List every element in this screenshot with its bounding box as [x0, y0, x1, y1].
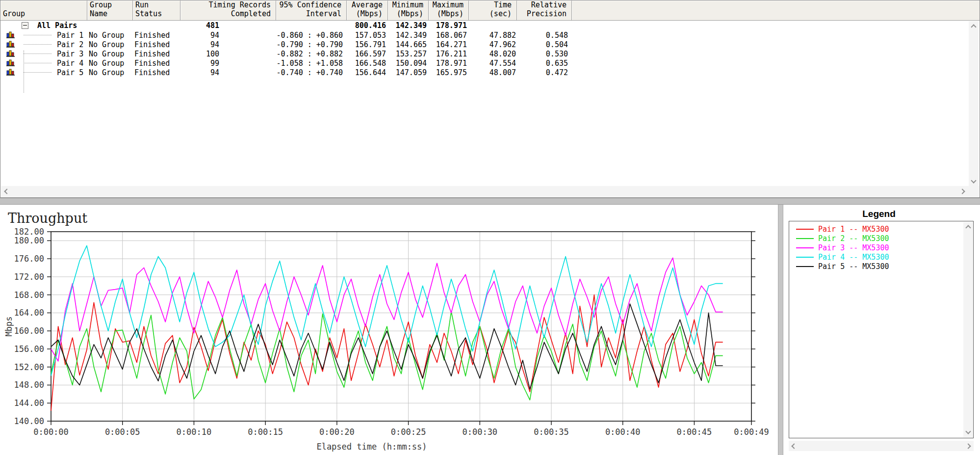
collapse-minus-icon[interactable] [22, 22, 28, 29]
legend-entry-pair-1[interactable]: Pair 1 -- MX5300 [796, 224, 973, 234]
chevron-right-icon[interactable] [959, 188, 965, 194]
col-header-minimum[interactable]: Minimum (Mbps) [388, 0, 429, 20]
col-header-pair-group-name[interactable]: Pair Group Name [87, 0, 133, 20]
table-body: All Pairs 481 800.416 142.349 178.971 Pa… [0, 21, 980, 186]
tree-connector-branch [24, 72, 52, 73]
y-tick-label: 168.00 [14, 290, 44, 300]
run-status: Finished [133, 58, 181, 68]
pair-group-name: No Group [87, 40, 133, 49]
y-tick-label: 180.00 [14, 236, 44, 245]
chevron-up-icon[interactable] [971, 24, 976, 29]
y-tick-label: 176.00 [14, 254, 44, 264]
x-tick-label: 0:00:00 [33, 427, 69, 437]
col-header-filler [572, 0, 980, 20]
chevron-down-icon[interactable] [971, 178, 976, 183]
pair-group-name: No Group [87, 30, 133, 40]
pane-divider[interactable] [0, 198, 980, 205]
average-mbps: 156.644 [347, 68, 388, 77]
results-table-panel: Group Pair Group Name Run Status Timing … [0, 0, 980, 198]
maximum-mbps: 165.975 [429, 68, 469, 77]
legend-entry-pair-4[interactable]: Pair 4 -- MX5300 [796, 252, 973, 262]
all-pairs-maximum: 178.971 [429, 21, 469, 30]
chevron-left-icon[interactable] [4, 188, 9, 194]
y-tick-label: 172.00 [14, 272, 44, 282]
confidence-interval: -0.740 : +0.740 [276, 68, 347, 77]
y-tick-label: 156.00 [14, 344, 44, 354]
scrollbar-corner [968, 186, 979, 197]
measured-time: 47.882 [469, 30, 517, 40]
maximum-mbps: 168.067 [429, 30, 469, 40]
relative-precision: 0.548 [517, 30, 572, 40]
col-header-run-status[interactable]: Run Status [133, 0, 181, 20]
series-line-pair-5 [51, 304, 723, 389]
x-tick-label: 0:00:30 [462, 427, 497, 437]
col-header-confidence[interactable]: 95% Confidence Interval [276, 0, 347, 20]
col-header-relative-precision[interactable]: Relative Precision [517, 0, 572, 20]
series-line-sample [796, 229, 814, 230]
minimum-mbps: 150.094 [388, 58, 429, 68]
table-row-pair-3[interactable]: Pair 3 No Group Finished 100 -0.882 : +0… [0, 49, 980, 58]
legend-entry-pair-3[interactable]: Pair 3 -- MX5300 [796, 243, 973, 252]
y-tick-label: 144.00 [14, 398, 44, 408]
chevron-up-icon[interactable] [965, 225, 971, 230]
chevron-left-icon[interactable] [791, 443, 797, 449]
pair-group-name: No Group [87, 49, 133, 58]
pair-label: Pair 5 [57, 68, 83, 77]
pair-label: Pair 1 [57, 31, 83, 40]
run-status: Finished [133, 49, 181, 58]
legend-vertical-scrollbar[interactable] [963, 222, 973, 437]
x-tick-label: 0:00:15 [248, 427, 283, 437]
legend-entry-pair-5[interactable]: Pair 5 -- MX5300 [796, 262, 973, 271]
table-row-pair-1[interactable]: Pair 1 No Group Finished 94 -0.860 : +0.… [0, 30, 980, 40]
series-line-pair-1 [51, 295, 723, 411]
chevron-right-icon[interactable] [965, 443, 971, 449]
minimum-mbps: 153.257 [388, 49, 429, 58]
col-header-average[interactable]: Average (Mbps) [347, 0, 388, 20]
table-row-pair-5[interactable]: Pair 5 No Group Finished 94 -0.740 : +0.… [0, 68, 980, 77]
legend-horizontal-scrollbar[interactable] [789, 441, 974, 451]
timing-records: 94 [181, 30, 276, 40]
col-header-maximum[interactable]: Maximum (Mbps) [429, 0, 469, 20]
maximum-mbps: 176.211 [429, 49, 469, 58]
timing-records: 94 [181, 40, 276, 49]
y-axis-label: Mbps [4, 317, 14, 337]
ixchariot-results-window: Group Pair Group Name Run Status Timing … [0, 0, 980, 455]
series-line-sample [796, 247, 814, 248]
col-header-group[interactable]: Group [0, 0, 87, 20]
group-cell-all-pairs: All Pairs [0, 21, 87, 30]
minimum-mbps: 144.665 [388, 40, 429, 49]
chevron-down-icon[interactable] [965, 428, 971, 434]
all-pairs-average: 800.416 [347, 21, 388, 30]
legend-entry-label: Pair 3 -- MX5300 [818, 243, 889, 252]
table-header-row: Group Pair Group Name Run Status Timing … [0, 0, 980, 21]
x-tick-label: 0:00:10 [177, 427, 212, 437]
legend-entry-pair-2[interactable]: Pair 2 -- MX5300 [796, 234, 973, 243]
y-tick-label: 160.00 [14, 326, 44, 336]
x-tick-label: 0:00:05 [105, 427, 140, 437]
relative-precision: 0.635 [517, 58, 572, 68]
throughput-chart: 182.00180.00176.00172.00168.00164.00160.… [0, 205, 778, 455]
legend-box: Pair 1 -- MX5300 Pair 2 -- MX5300 Pair 3… [789, 221, 974, 438]
confidence-interval: -0.860 : +0.860 [276, 30, 347, 40]
table-row-pair-4[interactable]: Pair 4 No Group Finished 99 -1.058 : +1.… [0, 58, 980, 68]
legend-entry-label: Pair 2 -- MX5300 [818, 234, 889, 243]
table-vertical-scrollbar[interactable] [969, 21, 979, 187]
pair-group-name: No Group [87, 58, 133, 68]
table-row-pair-2[interactable]: Pair 2 No Group Finished 94 -0.790 : +0.… [0, 40, 980, 49]
col-header-timing-records[interactable]: Timing Records Completed [181, 0, 276, 20]
measured-time: 48.007 [469, 68, 517, 77]
timing-records: 100 [181, 49, 276, 58]
minimum-mbps: 147.059 [388, 68, 429, 77]
pair-label: Pair 4 [57, 59, 83, 68]
y-tick-label: 182.00 [14, 227, 44, 237]
confidence-interval: -0.882 : +0.882 [276, 49, 347, 58]
relative-precision: 0.504 [517, 40, 572, 49]
table-horizontal-scrollbar[interactable] [1, 186, 968, 197]
table-row-all-pairs[interactable]: All Pairs 481 800.416 142.349 178.971 [0, 21, 980, 30]
timing-records: 94 [181, 68, 276, 77]
vertical-splitter[interactable] [778, 205, 783, 455]
x-axis-label: Elapsed time (h:mm:ss) [316, 442, 427, 452]
col-header-measured-time[interactable]: Measured Time (sec) [469, 0, 517, 20]
tree-connector-branch [24, 35, 52, 35]
series-line-sample [796, 257, 814, 258]
